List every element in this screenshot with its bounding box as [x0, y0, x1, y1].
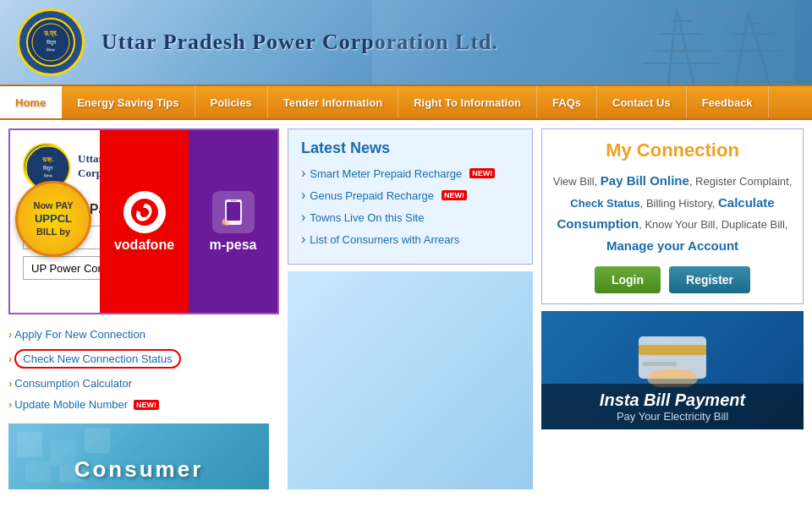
sidebar-link-new-connection[interactable]: › Apply For New Connection [8, 325, 271, 343]
nav-item-feedback[interactable]: Feedback [687, 86, 769, 118]
sidebar-link-mobile[interactable]: › Update Mobile Number NEW! [8, 396, 271, 413]
nav-item-rti[interactable]: Right To Information [398, 86, 537, 118]
bottom-center-banner [288, 271, 533, 489]
header-logo: उ.प्र. विद्युत निगम [17, 8, 85, 76]
nav-item-policies[interactable]: Policies [195, 86, 268, 118]
my-connection-description: View Bill, Pay Bill Online, Register Com… [552, 170, 793, 256]
vodafone-label: vodafone [114, 238, 174, 253]
insta-bill-title: Insta Bill Payment [551, 391, 793, 410]
sidebar-link-consumption[interactable]: › Consumption Calculator [8, 374, 271, 392]
news-title: Latest News [301, 139, 519, 157]
svg-rect-25 [230, 200, 237, 201]
vodafone-logo-icon [129, 197, 160, 227]
svg-text:उ.प्र.: उ.प्र. [41, 156, 54, 163]
manage-account-link[interactable]: Manage your Account [606, 238, 738, 253]
insta-bill-visual [541, 315, 804, 391]
vodafone-icon [123, 191, 166, 233]
svg-rect-0 [372, 0, 795, 85]
svg-rect-34 [643, 362, 677, 366]
news-link-1[interactable]: Genus Prepaid Recharge [310, 189, 434, 202]
svg-rect-36 [651, 370, 694, 379]
mpesa-phone-icon [217, 195, 250, 229]
pay-bill-online-link[interactable]: Pay Bill Online [601, 173, 689, 188]
my-connection-title: My Connection [552, 139, 793, 161]
svg-rect-33 [639, 345, 706, 355]
news-item-3: › List of Consumers with Arrears [301, 232, 519, 247]
news-link-2[interactable]: Towns Live On this Site [310, 211, 424, 224]
news-new-badge-0: NEW! [469, 168, 495, 178]
nav-item-home[interactable]: Home [0, 86, 62, 118]
my-connection-box: My Connection View Bill, Pay Bill Online… [541, 128, 804, 304]
main-nav: Home Energy Saving Tips Policies Tender … [0, 85, 812, 120]
consumer-box: Consumer [8, 423, 269, 489]
uppcl-logo-icon: उ.प्र. विद्युत निगम [25, 17, 76, 68]
svg-point-24 [232, 221, 235, 225]
svg-rect-27 [17, 432, 42, 457]
main-content: उ.प्र. विद्युत निगम Uttar Pradesh Power … [0, 120, 812, 498]
nav-item-contact[interactable]: Contact Us [597, 86, 687, 118]
news-link-0[interactable]: Smart Meter Prepaid Recharge [310, 167, 462, 180]
news-item-1: › Genus Prepaid Recharge NEW! [301, 188, 519, 203]
sidebar-link-check-connection[interactable]: › Check New Connection Status [8, 347, 271, 371]
insta-bill-subtitle: Pay Your Electricity Bill [551, 410, 793, 423]
check-connection-circled: Check New Connection Status [14, 349, 180, 369]
insta-bill-overlay: Insta Bill Payment Pay Your Electricity … [541, 384, 804, 429]
svg-text:निगम: निगम [43, 173, 52, 178]
svg-point-21 [131, 199, 158, 226]
news-item-2: › Towns Live On this Site [301, 210, 519, 225]
svg-text:उ.प्र.: उ.प्र. [43, 30, 58, 37]
register-button[interactable]: Register [669, 266, 750, 293]
now-pay-badge: Now PAY UPPCL BILL by [15, 181, 91, 257]
news-link-3[interactable]: List of Consumers with Arrears [310, 233, 459, 246]
mpesa-label: m-pesa [209, 238, 256, 253]
mobile-new-badge: NEW! [134, 400, 159, 410]
news-item-0: › Smart Meter Prepaid Recharge NEW! [301, 166, 519, 181]
svg-rect-23 [227, 202, 240, 221]
nav-item-tender[interactable]: Tender Information [268, 86, 398, 118]
nav-item-faqs[interactable]: FAQs [537, 86, 597, 118]
insta-bill-box[interactable]: Insta Bill Payment Pay Your Electricity … [541, 311, 804, 429]
header: उ.प्र. विद्युत निगम Uttar Pradesh Power … [0, 0, 812, 85]
nav-item-energy[interactable]: Energy Saving Tips [62, 86, 195, 118]
latest-news-section: Latest News › Smart Meter Prepaid Rechar… [288, 128, 533, 265]
sidebar-links: › Apply For New Connection › Check New C… [8, 321, 271, 413]
svg-rect-29 [85, 428, 110, 453]
insta-bill-hands-icon [588, 320, 757, 387]
login-button[interactable]: Login [595, 266, 661, 293]
svg-text:विद्युत: विद्युत [46, 39, 57, 46]
vodafone-section: vodafone [100, 130, 189, 313]
right-column: My Connection View Bill, Pay Bill Online… [541, 128, 804, 489]
payment-logos: vodafone m-pesa [100, 130, 277, 313]
svg-text:निगम: निगम [46, 47, 55, 52]
svg-text:विद्युत: विद्युत [42, 165, 53, 172]
tatkal-bill-section: उ.प्र. विद्युत निगम Uttar Pradesh Power … [8, 128, 279, 314]
tower-background [372, 0, 795, 85]
my-connection-buttons: Login Register [552, 266, 793, 293]
news-new-badge-1: NEW! [442, 190, 467, 200]
check-status-link[interactable]: Check Status [570, 197, 639, 210]
consumer-label: Consumer [8, 456, 269, 483]
mpesa-section: m-pesa [189, 130, 277, 313]
mpesa-icon [212, 191, 255, 233]
